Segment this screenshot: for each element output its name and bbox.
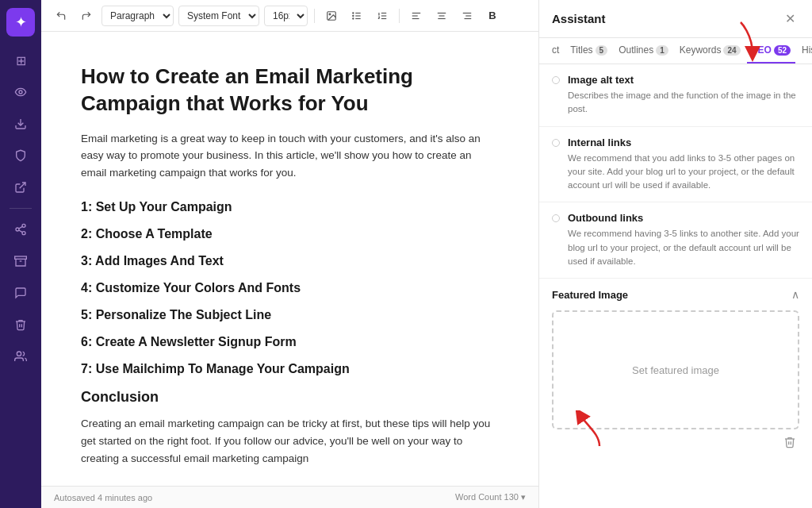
unordered-list-button[interactable] — [347, 6, 367, 26]
assistant-panel: Assistant ✕ ct Titles 5 Outlines 1 Keywo… — [538, 0, 812, 508]
featured-chevron-icon[interactable]: ∧ — [791, 288, 799, 301]
font-select[interactable]: System Font — [178, 6, 259, 26]
shield-icon[interactable] — [6, 141, 35, 170]
heading-2: 2: Choose A Template — [81, 227, 499, 241]
svg-point-17 — [353, 15, 354, 16]
tab-outlines[interactable]: Outlines 1 — [614, 38, 673, 64]
heading-1: 1: Set Up Your Campaign — [81, 200, 499, 214]
status-bar: Autosaved 4 minutes ago Word Count 130 ▾ — [41, 486, 538, 508]
seo-badge: 52 — [774, 45, 791, 56]
panel-title: Assistant — [552, 12, 606, 25]
drop-zone-placeholder: Set featured image — [632, 364, 719, 376]
svg-point-12 — [329, 13, 331, 15]
heading-3: 3: Add Images And Text — [81, 254, 499, 268]
undo-button[interactable] — [51, 6, 71, 26]
insert-image-button[interactable] — [321, 6, 342, 26]
tab-ct[interactable]: ct — [547, 38, 564, 64]
word-count: Word Count 130 ▾ — [455, 492, 526, 502]
section-dot-internal — [552, 139, 560, 147]
heading-4: 4: Customize Your Colors And Fonts — [81, 281, 499, 295]
users-icon[interactable] — [6, 342, 35, 371]
panel-header: Assistant ✕ — [539, 0, 812, 38]
alt-text-desc: Describes the image and the function of … — [568, 89, 799, 117]
svg-point-4 — [16, 228, 19, 231]
featured-image-container: Set featured image — [552, 310, 799, 429]
eye-icon[interactable] — [6, 78, 35, 106]
internal-links-desc: We recommend that you add links to 3-5 o… — [568, 152, 799, 193]
section-dot-outbound — [552, 214, 560, 222]
panel-close-button[interactable]: ✕ — [780, 10, 799, 29]
outbound-links-label: Outbound links — [568, 212, 799, 224]
svg-point-10 — [17, 352, 21, 356]
main-editor: Paragraph System Font 16px B How — [41, 0, 538, 508]
internal-links-section: Internal links We recommend that you add… — [539, 127, 812, 203]
keywords-badge: 24 — [723, 45, 740, 56]
bold-button[interactable]: B — [482, 6, 503, 26]
image-alt-text-section: Image alt text Describes the image and t… — [539, 64, 812, 127]
outbound-links-section: Outbound links We recommend having 3-5 l… — [539, 202, 812, 279]
internal-links-label: Internal links — [568, 137, 799, 148]
heading-6: 6: Create A Newsletter Signup Form — [81, 335, 499, 349]
trash-icon[interactable] — [6, 310, 35, 339]
conclusion-text: Creating an email marketing campaign can… — [81, 415, 499, 467]
toolbar-divider-2 — [399, 9, 400, 23]
alt-text-label: Image alt text — [568, 74, 799, 86]
svg-point-18 — [353, 17, 354, 18]
redo-button[interactable] — [76, 6, 97, 26]
tab-history[interactable]: History — [797, 38, 812, 64]
align-right-button[interactable] — [457, 6, 477, 26]
svg-line-6 — [19, 230, 23, 233]
featured-image-section: Featured Image ∧ Set featured image — [539, 279, 812, 463]
editor-content[interactable]: How to Create an Email Marketing Campaig… — [41, 32, 538, 486]
tab-seo[interactable]: SEO 52 — [747, 38, 795, 64]
heading-5: 5: Personalize The Subject Line — [81, 308, 499, 322]
align-center-button[interactable] — [431, 6, 452, 26]
outbound-links-desc: We recommend having 3-5 links to another… — [568, 227, 799, 268]
featured-image-label: Featured Image — [552, 289, 628, 301]
conclusion-title: Conclusion — [81, 389, 499, 406]
archive-icon[interactable] — [6, 247, 35, 275]
svg-point-16 — [353, 12, 354, 13]
ordered-list-button[interactable] — [372, 6, 393, 26]
image-actions — [552, 429, 799, 453]
paragraph-select[interactable]: Paragraph — [102, 6, 174, 26]
export-icon[interactable] — [6, 173, 35, 202]
toolbar-divider-1 — [314, 9, 315, 23]
editor-toolbar: Paragraph System Font 16px B — [41, 0, 538, 32]
article-intro: Email marketing is a great way to keep i… — [81, 130, 499, 182]
article-title: How to Create an Email Marketing Campaig… — [81, 64, 499, 117]
size-select[interactable]: 16px — [264, 6, 308, 26]
app-logo[interactable]: ✦ — [6, 8, 35, 37]
svg-line-2 — [20, 183, 25, 188]
sidebar: ✦ ⊞ — [0, 0, 41, 508]
svg-rect-8 — [15, 256, 27, 259]
panel-content: Image alt text Describes the image and t… — [539, 64, 812, 508]
section-dot-alt — [552, 76, 560, 84]
share-icon[interactable] — [6, 215, 35, 244]
panel-tabs: ct Titles 5 Outlines 1 Keywords 24 SEO 5… — [539, 38, 812, 64]
svg-line-7 — [19, 226, 23, 229]
tab-keywords[interactable]: Keywords 24 — [675, 38, 745, 64]
image-drop-zone[interactable]: Set featured image — [552, 310, 799, 429]
svg-point-5 — [22, 232, 25, 235]
titles-badge: 5 — [596, 45, 608, 56]
download-icon[interactable] — [6, 110, 35, 138]
chat-icon[interactable] — [6, 279, 35, 307]
heading-7: 7: Use Mailchimp To Manage Your Campaign — [81, 362, 499, 376]
delete-image-button[interactable] — [780, 434, 799, 453]
align-left-button[interactable] — [406, 6, 427, 26]
dashboard-icon[interactable]: ⊞ — [6, 46, 35, 75]
tab-titles[interactable]: Titles 5 — [565, 38, 612, 64]
autosave-status: Autosaved 4 minutes ago — [54, 493, 152, 502]
svg-point-0 — [19, 90, 22, 94]
sidebar-divider — [10, 208, 32, 209]
outlines-badge: 1 — [656, 45, 668, 56]
svg-point-3 — [22, 224, 25, 227]
